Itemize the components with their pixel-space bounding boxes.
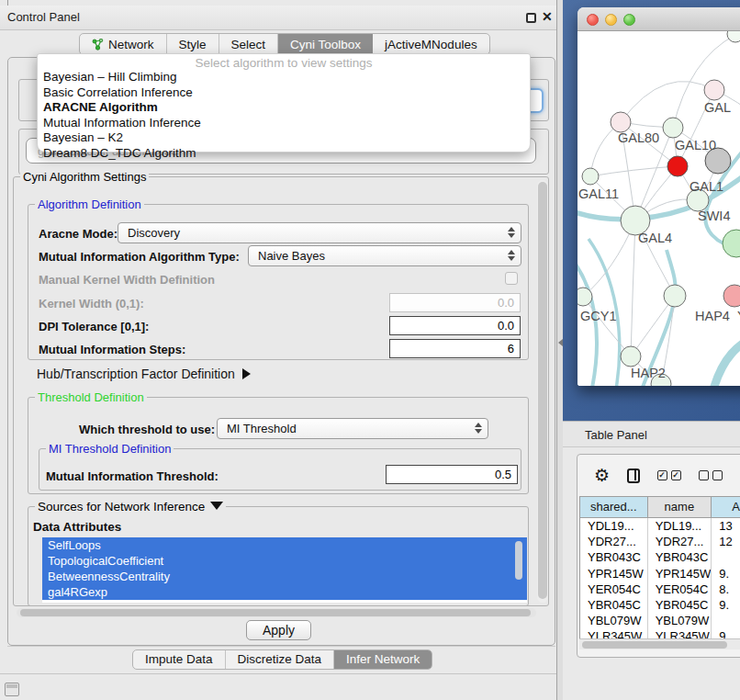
node-hap2[interactable] (621, 346, 641, 367)
aracne-mode-combobox[interactable]: Discovery (118, 222, 521, 243)
minimize-traffic-light-icon[interactable] (605, 14, 617, 26)
tab-impute-data[interactable]: Impute Data (133, 650, 226, 669)
attribute-gal4rgexp[interactable]: gal4RGexp (42, 584, 527, 600)
control-panel-bottom-edge (0, 673, 556, 674)
list-scrollbar-thumb[interactable] (515, 541, 522, 580)
algorithm-definition-title: Algorithm Definition (35, 198, 144, 211)
tab-style-label: Style (179, 38, 207, 51)
hub-definition-label: Hub/Transcription Factor Definition (37, 367, 235, 381)
node-gal10[interactable] (663, 118, 683, 138)
algorithm-option-aracne[interactable]: ARACNE Algorithm (38, 100, 530, 116)
table-row[interactable]: YBR045CYBR045C9. (580, 597, 740, 613)
scrollbar-thumb[interactable] (582, 641, 727, 649)
kernel-width-label: Kernel Width (0,1): (39, 297, 144, 310)
node-gal-pink[interactable] (704, 80, 724, 100)
columns-icon[interactable] (627, 469, 640, 483)
table-panel-titlebar: Table Panel (563, 421, 740, 447)
column-header-shared-name[interactable]: shared... (580, 497, 648, 517)
attribute-betweennesscentrality[interactable]: BetweennessCentrality (42, 569, 527, 584)
hide-all-columns-icon[interactable] (699, 470, 723, 480)
node-label: GAL (704, 100, 731, 115)
node-swi4[interactable] (723, 230, 740, 257)
settings-vertical-scrollbar[interactable] (537, 180, 548, 603)
data-attributes-list[interactable]: SelfLoops TopologicalCoefficient Between… (42, 537, 527, 603)
network-window-titlebar[interactable] (577, 7, 740, 31)
table-header-row: shared... name A (580, 497, 740, 518)
scrollbar-thumb[interactable] (20, 609, 531, 616)
manual-kernel-checkbox[interactable] (505, 272, 518, 285)
mi-steps-field[interactable]: 6 (389, 339, 521, 358)
tab-select[interactable]: Select (219, 34, 279, 54)
table-row[interactable]: YPR145WYPR145W9. (580, 566, 740, 581)
node-gal80[interactable] (611, 112, 631, 132)
which-threshold-combobox[interactable]: MI Threshold (217, 418, 488, 439)
table-horizontal-scrollbar[interactable] (579, 638, 740, 649)
node-label: GAL11 (578, 186, 619, 201)
table-row[interactable]: YDR27...YDR27...12 (580, 534, 740, 549)
algorithm-option-bayesian-k2[interactable]: Bayesian – K2 (38, 130, 530, 146)
algorithm-option-mutual-information[interactable]: Mutual Information Inference (38, 116, 530, 131)
network-view-window[interactable]: GAL GAL80 GAL10 GAL1 GAL11 GAL4 SWI4 GCY… (577, 7, 740, 386)
tab-jactivemnodules-label: jActiveMNodules (385, 38, 477, 51)
cell (712, 549, 740, 565)
cell: YER054C (648, 581, 712, 597)
column-header-name[interactable]: name (648, 497, 712, 517)
algorithm-option-dream8[interactable]: Dream8 DC_TDC Algorithm (38, 146, 530, 162)
show-all-columns-icon[interactable]: ✓✓ (657, 470, 681, 480)
cell: 12 (712, 534, 740, 549)
panel-splitter[interactable] (556, 0, 563, 700)
node-gal11[interactable] (582, 168, 599, 185)
docked-panel-icon[interactable] (5, 683, 19, 696)
close-icon[interactable]: ✕ (542, 9, 553, 24)
tab-discretize-data[interactable]: Discretize Data (226, 650, 335, 669)
cell: YDR27... (648, 534, 712, 549)
mi-steps-label: Mutual Information Steps: (39, 343, 185, 356)
table-row[interactable]: YDL19...YDL19...13 (580, 518, 740, 534)
cell: 9. (712, 566, 740, 581)
table-row[interactable]: YLR345WYLR345W9. (580, 628, 740, 638)
network-canvas[interactable]: GAL GAL80 GAL10 GAL1 GAL11 GAL4 SWI4 GCY… (577, 31, 740, 386)
node-hap4[interactable] (664, 285, 686, 307)
mi-threshold-field[interactable]: 0.5 (386, 465, 518, 484)
mi-type-combobox[interactable]: Naive Bayes (248, 245, 521, 266)
dpi-tolerance-field[interactable]: 0.0 (389, 316, 521, 335)
settings-horizontal-scrollbar[interactable] (17, 608, 536, 617)
zoom-traffic-light-icon[interactable] (623, 14, 635, 26)
cell: 13 (712, 518, 740, 534)
tab-cyni-toolbox[interactable]: Cyni Toolbox (278, 34, 373, 54)
float-panel-icon[interactable] (526, 13, 536, 23)
node-label: GCY1 (580, 309, 617, 323)
node-salmon[interactable] (723, 285, 740, 307)
node-red-selected[interactable] (667, 156, 688, 176)
algorithm-option-basic-correlation[interactable]: Basic Correlation Inference (38, 85, 530, 101)
table-row[interactable]: YER054CYER054C8. (580, 581, 740, 597)
attribute-selfloops[interactable]: SelfLoops (42, 537, 527, 553)
gear-icon[interactable]: ⚙ (594, 467, 610, 484)
column-header-partial[interactable]: A (712, 497, 740, 517)
algorithm-option-bayesian-hill-climbing[interactable]: Bayesian – Hill Climbing (38, 70, 530, 85)
node-gcy1[interactable] (577, 288, 592, 306)
scrollbar-thumb[interactable] (538, 182, 547, 599)
tab-network[interactable]: Network (80, 34, 167, 54)
close-traffic-light-icon[interactable] (587, 14, 599, 26)
cell: YBR045C (580, 597, 648, 613)
attribute-topologicalcoefficient[interactable]: TopologicalCoefficient (42, 553, 527, 569)
network-graph: GAL GAL80 GAL10 GAL1 GAL11 GAL4 SWI4 GCY… (577, 31, 740, 386)
sources-expander[interactable]: Sources for Network Inference (35, 500, 226, 514)
tab-style[interactable]: Style (167, 34, 219, 54)
apply-button[interactable]: Apply (246, 620, 311, 640)
cyni-algorithm-settings-title: Cyni Algorithm Settings (20, 170, 149, 184)
hub-definition-expander[interactable]: Hub/Transcription Factor Definition (37, 367, 251, 381)
tab-select-label: Select (231, 38, 266, 51)
tab-jactivemnodules[interactable]: jActiveMNodules (373, 34, 489, 54)
table-row[interactable]: YBL079WYBL079W (580, 613, 740, 628)
node-label: GAL1 (690, 179, 723, 194)
tab-infer-network[interactable]: Infer Network (334, 650, 432, 669)
data-attributes-label: Data Attributes (33, 520, 121, 534)
node-table: shared... name A YDL19...YDL19...13 YDR2… (579, 496, 740, 638)
cell: 9. (712, 628, 740, 638)
dpi-tolerance-label: DPI Tolerance [0,1]: (39, 320, 149, 333)
kernel-width-field[interactable]: 0.0 (389, 293, 521, 312)
node-partial-top[interactable] (727, 31, 740, 42)
table-row[interactable]: YBR043CYBR043C (580, 549, 740, 565)
